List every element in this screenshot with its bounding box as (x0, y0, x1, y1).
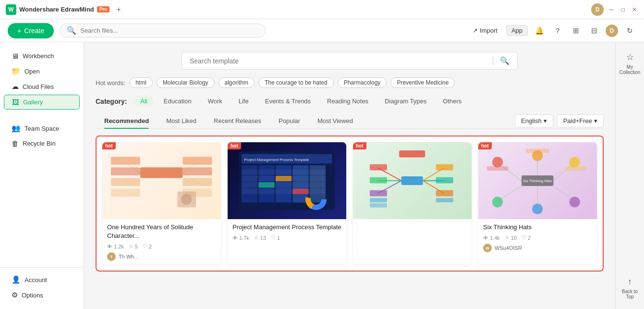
card-info-3 (353, 219, 472, 238)
hot-words-label: Hot words: (96, 79, 125, 87)
svg-rect-47 (436, 198, 453, 202)
sub-tab-popular[interactable]: Popular (270, 113, 309, 128)
collection-label: My Collection (618, 64, 642, 75)
card-author-1: T Th Wh... (107, 252, 216, 261)
sub-tab-most-viewed[interactable]: Most Viewed (309, 113, 362, 128)
help-icon[interactable]: ? (551, 24, 564, 37)
sidebar-item-team[interactable]: 👥 Team Space (4, 121, 80, 136)
cat-tab-events[interactable]: Events & Trends (258, 96, 317, 107)
open-label: Open (24, 68, 40, 75)
minimize-button[interactable]: ─ (608, 6, 615, 13)
gallery-card-4[interactable]: hot Six Thinking Hats (478, 142, 597, 265)
bell-icon[interactable]: 🔔 (533, 24, 546, 37)
cat-tab-all[interactable]: All (134, 96, 154, 107)
sidebar-item-workbench[interactable]: 🖥 Workbench (4, 49, 80, 63)
hot-tag-algorithm[interactable]: algorithm (219, 77, 255, 88)
cloud-icon: ☁ (12, 82, 19, 91)
sub-tab-most-liked[interactable]: Most Liked (158, 113, 205, 128)
back-to-top-button[interactable]: ↑ Back to Top (616, 273, 644, 303)
search-bar[interactable]: 🔍 (60, 24, 266, 37)
layout-icon[interactable]: ⊟ (587, 24, 601, 37)
toolbar-avatar[interactable]: D (606, 25, 618, 37)
svg-rect-65 (565, 166, 586, 171)
hot-tag-courage[interactable]: The courage to be hated (258, 77, 334, 88)
svg-rect-46 (370, 198, 387, 202)
hot-tag-molecular[interactable]: Molecular Biology (157, 77, 215, 88)
card-thumbnail-svg-1 (108, 146, 215, 215)
my-collection-button[interactable]: ☆ My Collection (616, 48, 644, 79)
cat-tab-work[interactable]: Work (201, 96, 229, 107)
hot-badge-3: hot (353, 142, 366, 149)
language-chevron-icon: ▾ (544, 117, 547, 124)
cloud-label: Cloud Files (23, 83, 54, 90)
cat-tab-education[interactable]: Education (157, 96, 198, 107)
sidebar-section: 🖥 Workbench 📁 Open ☁ Cloud Files 🖼 Galle… (0, 48, 84, 263)
grid-icon[interactable]: ⊞ (569, 24, 583, 37)
card-title-2: Project Management Process Template (232, 223, 341, 232)
template-search-icon[interactable]: 🔍 (500, 56, 510, 65)
star-icon-1: ☆ (129, 243, 134, 249)
price-filter-dropdown[interactable]: Paid+Free ▾ (557, 114, 604, 127)
refresh-icon[interactable]: ↻ (623, 24, 636, 37)
create-button[interactable]: + Create (8, 23, 54, 38)
category-label: Category: (96, 98, 127, 105)
card-thumb-4: hot Six Thinking Hats (478, 142, 597, 219)
sub-tab-recent[interactable]: Recent Releases (205, 113, 270, 128)
cat-tab-life[interactable]: Life (232, 96, 255, 107)
category-row: Category: All Education Work Life Events… (96, 96, 604, 107)
title-bar: W Wondershare EdrawMind Pro + D ─ □ ✕ (0, 0, 644, 19)
svg-rect-0 (140, 167, 183, 178)
logo-icon: W (6, 4, 16, 15)
app-button[interactable]: App (506, 25, 528, 36)
language-filter-label: English (521, 117, 542, 124)
sidebar-item-recycle[interactable]: 🗑 Recycle Bin (4, 136, 80, 150)
gallery-card-1[interactable]: hot (102, 142, 221, 265)
main-layout: 🖥 Workbench 📁 Open ☁ Cloud Files 🖼 Galle… (0, 42, 644, 309)
right-panel: ☆ My Collection ↑ Back to Top (615, 42, 644, 309)
svg-point-61 (532, 204, 543, 214)
user-avatar[interactable]: D (591, 3, 604, 16)
sidebar: 🖥 Workbench 📁 Open ☁ Cloud Files 🖼 Galle… (0, 42, 84, 309)
card-info-2: Project Management Process Template 👁 1.… (228, 219, 346, 245)
recycle-label: Recycle Bin (23, 140, 56, 147)
options-icon: ⚙ (12, 291, 18, 299)
add-tab-button[interactable]: + (113, 4, 123, 15)
hot-tag-html[interactable]: html (129, 77, 153, 88)
heart-icon-4: ♡ (522, 235, 526, 241)
sub-tab-recommended[interactable]: Recommended (96, 113, 158, 128)
import-button[interactable]: ↗ Import (469, 25, 501, 36)
gallery-card-3[interactable]: hot (353, 142, 472, 265)
svg-rect-63 (487, 166, 508, 171)
author-avatar-1: T (107, 252, 116, 261)
sidebar-item-account[interactable]: 👤 Account (4, 272, 80, 287)
template-search-bar[interactable]: 🔍 (182, 52, 518, 70)
svg-point-59 (570, 157, 580, 167)
svg-rect-10 (183, 167, 212, 175)
sidebar-item-cloud[interactable]: ☁ Cloud Files (4, 79, 80, 94)
template-search-input[interactable] (190, 57, 486, 65)
gallery-label: Gallery (23, 99, 43, 106)
cat-tab-reading[interactable]: Reading Notes (320, 96, 375, 107)
sidebar-item-open[interactable]: 📁 Open (4, 64, 80, 78)
close-button[interactable]: ✕ (631, 6, 638, 13)
card-views-4: 👁 1.4k (483, 235, 500, 241)
sidebar-item-options[interactable]: ⚙ Options (4, 288, 80, 302)
card-likes-2: ♡ 1 (271, 235, 280, 241)
cat-tab-others[interactable]: Others (436, 96, 468, 107)
maximize-button[interactable]: □ (619, 6, 627, 13)
svg-rect-27 (276, 176, 292, 181)
hot-tag-preventive[interactable]: Preventive Medicine (390, 77, 455, 88)
eye-icon-4: 👁 (483, 235, 488, 241)
svg-rect-28 (259, 182, 275, 187)
card-thumbnail-svg-3 (359, 146, 465, 215)
card-author-4: W WSu4OISR (483, 244, 592, 252)
language-filter-dropdown[interactable]: English ▾ (515, 114, 553, 127)
hot-tag-pharmacology[interactable]: Pharmacology (338, 77, 387, 88)
gallery-container: hot (96, 136, 604, 272)
cat-tab-diagram[interactable]: Diagram Types (378, 96, 433, 107)
star-icon-2: ☆ (254, 235, 259, 241)
title-bar-controls: D ─ □ ✕ (591, 3, 638, 16)
sidebar-item-gallery[interactable]: 🖼 Gallery (4, 95, 80, 110)
gallery-card-2[interactable]: hot Project Management Process Template (228, 142, 346, 265)
search-input[interactable] (80, 27, 258, 34)
